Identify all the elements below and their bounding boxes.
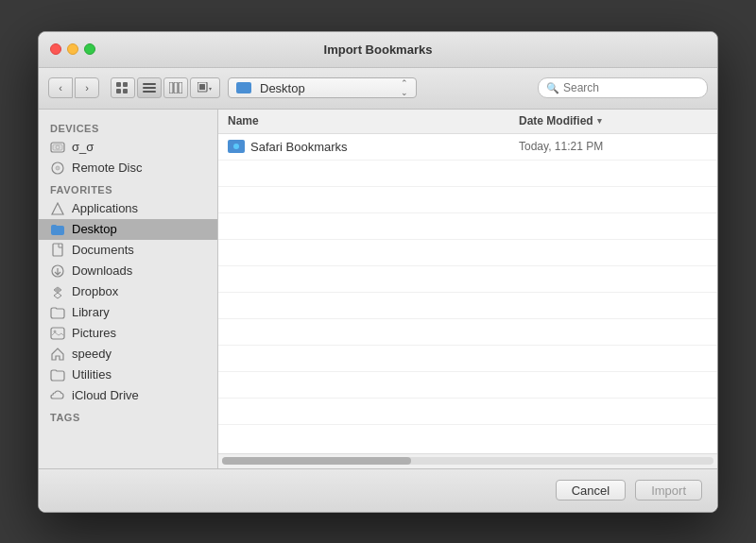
- location-select[interactable]: Desktop ⌃⌄: [228, 77, 417, 98]
- sidebar-item-label: Desktop: [72, 222, 117, 236]
- file-name: Safari Bookmarks: [250, 140, 519, 154]
- horizontal-scrollbar[interactable]: [218, 453, 717, 468]
- utilities-icon: [50, 367, 65, 382]
- table-row-empty: [218, 161, 717, 187]
- table-row-empty: [218, 240, 717, 266]
- sidebar-item-label: σ_σ: [72, 140, 94, 154]
- window-title: Import Bookmarks: [324, 42, 433, 57]
- remote-disc-icon: [50, 161, 65, 176]
- pictures-icon: [50, 326, 65, 341]
- action-button[interactable]: ▾: [190, 77, 220, 98]
- back-button[interactable]: ‹: [48, 77, 73, 98]
- svg-point-17: [56, 166, 60, 170]
- bottom-bar: Cancel Import: [39, 468, 717, 512]
- sidebar-item-label: speedy: [72, 347, 112, 361]
- sort-chevron-icon: ▾: [597, 116, 602, 126]
- sidebar-item-applications[interactable]: Applications: [39, 198, 217, 219]
- sidebar-item-label: Library: [72, 305, 110, 319]
- sidebar-item-library[interactable]: Library: [39, 302, 217, 323]
- column-date-header: Date Modified ▾: [519, 114, 708, 127]
- action-icon: ▾: [198, 82, 213, 93]
- search-icon: 🔍: [546, 82, 559, 94]
- desktop-folder-icon: [50, 222, 65, 237]
- svg-rect-11: [199, 84, 205, 90]
- columns-icon: [169, 82, 182, 93]
- sidebar-item-pictures[interactable]: Pictures: [39, 323, 217, 344]
- sidebar-item-label: iCloud Drive: [72, 388, 139, 402]
- sidebar-item-downloads[interactable]: Downloads: [39, 261, 217, 281]
- applications-icon: [50, 201, 65, 216]
- view-icon-button[interactable]: [111, 77, 135, 98]
- table-row[interactable]: Safari Bookmarks Today, 11:21 PM: [218, 134, 717, 161]
- view-buttons: ▾: [111, 77, 220, 98]
- location-bar[interactable]: Desktop ⌃⌄: [228, 77, 417, 98]
- table-row-empty: [218, 372, 717, 399]
- maximize-button[interactable]: [84, 43, 95, 55]
- table-row-empty: [218, 399, 717, 425]
- sidebar-section-tags: Tags: [39, 406, 217, 426]
- sidebar-item-documents[interactable]: Documents: [39, 240, 217, 261]
- search-bar[interactable]: 🔍: [538, 77, 708, 98]
- svg-rect-3: [123, 89, 128, 93]
- sidebar: Devices σ_σ Remote Disc Favorites: [39, 110, 218, 468]
- scrollbar-track[interactable]: [222, 457, 713, 465]
- library-icon: [50, 305, 65, 320]
- icloud-icon: [50, 388, 65, 403]
- forward-button[interactable]: ›: [75, 77, 99, 98]
- svg-text:▾: ▾: [209, 86, 212, 92]
- sidebar-item-label: Utilities: [72, 367, 112, 382]
- table-row-empty: [218, 319, 717, 346]
- svg-rect-18: [53, 244, 62, 256]
- sidebar-section-devices: Devices: [39, 117, 217, 137]
- back-icon: ‹: [59, 82, 62, 93]
- svg-rect-4: [143, 83, 156, 85]
- sidebar-item-utilities[interactable]: Utilities: [39, 365, 217, 385]
- sidebar-item-label: Applications: [72, 201, 138, 215]
- view-columns-button[interactable]: [163, 77, 188, 98]
- close-button[interactable]: [50, 43, 61, 55]
- file-icon: [228, 140, 245, 153]
- sidebar-item-disk[interactable]: σ_σ: [39, 137, 217, 158]
- folder-icon: [236, 82, 251, 93]
- table-row-empty: [218, 187, 717, 213]
- list-icon: [143, 82, 156, 93]
- svg-rect-7: [169, 82, 173, 93]
- sidebar-item-label: Remote Disc: [72, 161, 142, 175]
- traffic-lights: [50, 43, 95, 55]
- import-button[interactable]: Import: [635, 480, 702, 501]
- svg-rect-9: [179, 82, 182, 93]
- sidebar-item-remote-disc[interactable]: Remote Disc: [39, 158, 217, 178]
- cancel-button[interactable]: Cancel: [556, 480, 626, 501]
- content-area: Devices σ_σ Remote Disc Favorites: [39, 110, 717, 468]
- svg-rect-6: [143, 91, 156, 93]
- sidebar-item-speedy[interactable]: speedy: [39, 344, 217, 365]
- svg-rect-2: [116, 89, 121, 93]
- sidebar-item-label: Documents: [72, 243, 134, 257]
- location-label: Desktop: [260, 81, 305, 95]
- file-list: Safari Bookmarks Today, 11:21 PM: [218, 134, 717, 453]
- table-row-empty: [218, 346, 717, 372]
- sidebar-item-icloud[interactable]: iCloud Drive: [39, 385, 217, 406]
- sidebar-section-favorites: Favorites: [39, 178, 217, 198]
- table-row-empty: [218, 266, 717, 293]
- scrollbar-thumb[interactable]: [222, 457, 411, 465]
- sidebar-item-desktop[interactable]: Desktop: [39, 219, 217, 240]
- svg-rect-20: [51, 328, 64, 339]
- svg-rect-1: [123, 82, 128, 87]
- minimize-button[interactable]: [67, 43, 78, 55]
- svg-rect-8: [174, 82, 178, 93]
- sidebar-item-label: Dropbox: [72, 284, 118, 298]
- file-date: Today, 11:21 PM: [519, 140, 708, 153]
- sidebar-item-dropbox[interactable]: Dropbox: [39, 281, 217, 302]
- grid-icon: [116, 82, 129, 93]
- file-list-header: Name Date Modified ▾: [218, 110, 717, 134]
- column-name-header: Name: [228, 114, 519, 127]
- table-row-empty: [218, 213, 717, 240]
- chevron-icon: ⌃⌄: [401, 78, 408, 97]
- documents-icon: [50, 243, 65, 258]
- import-bookmarks-window: Import Bookmarks ‹ ›: [38, 31, 718, 513]
- svg-rect-5: [143, 87, 156, 89]
- view-list-button[interactable]: [137, 77, 162, 98]
- search-input[interactable]: [563, 81, 699, 94]
- toolbar: ‹ ›: [39, 68, 717, 110]
